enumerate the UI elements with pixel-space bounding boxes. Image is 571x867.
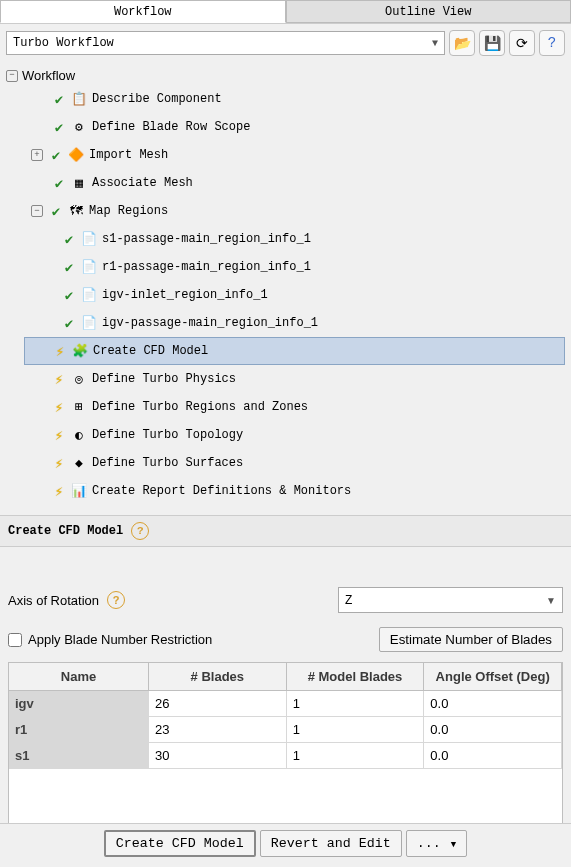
check-icon: ✔ xyxy=(62,231,76,248)
check-icon: ✔ xyxy=(52,91,66,108)
col-name: Name xyxy=(9,663,149,691)
axis-select[interactable]: Z ▼ xyxy=(338,587,563,613)
tree-item-s1-passage-main-region-info-1[interactable]: ✔📄s1-passage-main_region_info_1 xyxy=(52,225,565,253)
help-icon: ? xyxy=(548,35,556,51)
node-icon: 📊 xyxy=(70,482,88,500)
col-blades: # Blades xyxy=(149,663,287,691)
axis-help-icon[interactable]: ? xyxy=(107,591,125,609)
tree-item-label: igv-inlet_region_info_1 xyxy=(102,288,268,302)
tree-item-label: Define Turbo Physics xyxy=(92,372,236,386)
tree-item-r1-passage-main-region-info-1[interactable]: ✔📄r1-passage-main_region_info_1 xyxy=(52,253,565,281)
tree-item-map-regions[interactable]: −✔🗺Map Regions xyxy=(24,197,565,225)
cell-blades[interactable]: 30 xyxy=(149,743,287,769)
tree-item-create-cfd[interactable]: ⚡🧩Create CFD Model xyxy=(24,337,565,365)
create-cfd-button[interactable]: Create CFD Model xyxy=(104,830,256,857)
cell-blades[interactable]: 26 xyxy=(149,691,287,717)
cell-model[interactable]: 1 xyxy=(287,717,425,743)
workflow-tree: − Workflow ✔📋Describe Component✔⚙Define … xyxy=(0,62,571,515)
restriction-row: Apply Blade Number Restriction Estimate … xyxy=(8,627,563,652)
apply-restriction-checkbox[interactable]: Apply Blade Number Restriction xyxy=(8,632,212,647)
tree-item-label: Map Regions xyxy=(89,204,168,218)
panel-title: Create CFD Model xyxy=(8,524,123,538)
collapse-icon[interactable]: − xyxy=(6,70,18,82)
tree-item-label: Associate Mesh xyxy=(92,176,193,190)
check-icon: ✔ xyxy=(52,119,66,136)
tree-item-label: Define Turbo Regions and Zones xyxy=(92,400,308,414)
tree-item-label: Create Report Definitions & Monitors xyxy=(92,484,351,498)
cell-offset[interactable]: 0.0 xyxy=(424,717,562,743)
tree-item-blade-row-scope[interactable]: ✔⚙Define Blade Row Scope xyxy=(24,113,565,141)
tree-item-describe-component[interactable]: ✔📋Describe Component xyxy=(24,85,565,113)
revert-edit-button[interactable]: Revert and Edit xyxy=(260,830,402,857)
lightning-icon: ⚡ xyxy=(52,399,66,416)
tree-item-label: Create CFD Model xyxy=(93,344,208,358)
table-row[interactable]: r12310.0 xyxy=(9,717,562,743)
table-header: Name # Blades # Model Blades Angle Offse… xyxy=(9,663,562,691)
check-icon: ✔ xyxy=(62,315,76,332)
table-row[interactable]: s13010.0 xyxy=(9,743,562,769)
open-folder-button[interactable]: 📂 xyxy=(449,30,475,56)
refresh-button[interactable]: ⟳ xyxy=(509,30,535,56)
check-icon: ✔ xyxy=(49,147,63,164)
tab-workflow[interactable]: Workflow xyxy=(0,0,286,23)
estimate-blades-button[interactable]: Estimate Number of Blades xyxy=(379,627,563,652)
apply-restriction-label: Apply Blade Number Restriction xyxy=(28,632,212,647)
node-icon: 📄 xyxy=(80,314,98,332)
tree-item-turbo-surfaces[interactable]: ⚡◆Define Turbo Surfaces xyxy=(24,449,565,477)
cell-blades[interactable]: 23 xyxy=(149,717,287,743)
node-icon: ◎ xyxy=(70,370,88,388)
col-angle-offset: Angle Offset (Deg) xyxy=(424,663,562,691)
tree-item-create-report[interactable]: ⚡📊Create Report Definitions & Monitors xyxy=(24,477,565,505)
tree-item-import-mesh[interactable]: +✔🔶Import Mesh xyxy=(24,141,565,169)
tab-bar: Workflow Outline View xyxy=(0,0,571,24)
cell-offset[interactable]: 0.0 xyxy=(424,691,562,717)
node-icon: ◆ xyxy=(70,454,88,472)
chevron-down-icon: ▼ xyxy=(451,840,456,850)
node-icon: 🔶 xyxy=(67,146,85,164)
col-model-blades: # Model Blades xyxy=(287,663,425,691)
workflow-dropdown[interactable]: Turbo Workflow ▼ xyxy=(6,31,445,55)
more-button[interactable]: ... ▼ xyxy=(406,830,467,857)
tree-item-associate-mesh[interactable]: ✔▦Associate Mesh xyxy=(24,169,565,197)
node-icon: 📄 xyxy=(80,258,98,276)
tree-item-label: Define Blade Row Scope xyxy=(92,120,250,134)
workflow-dropdown-value: Turbo Workflow xyxy=(13,36,114,50)
tree-item-turbo-physics[interactable]: ⚡◎Define Turbo Physics xyxy=(24,365,565,393)
axis-label: Axis of Rotation xyxy=(8,593,99,608)
panel-help-icon[interactable]: ? xyxy=(131,522,149,540)
toggle-icon[interactable]: + xyxy=(31,149,43,161)
toggle-icon[interactable]: − xyxy=(31,205,43,217)
cell-name: s1 xyxy=(9,743,149,769)
tree-root-label: Workflow xyxy=(22,68,75,83)
toolbar: Turbo Workflow ▼ 📂 💾 ⟳ ? xyxy=(0,24,571,62)
cell-model[interactable]: 1 xyxy=(287,743,425,769)
node-icon: ▦ xyxy=(70,174,88,192)
cell-model[interactable]: 1 xyxy=(287,691,425,717)
node-icon: ⊞ xyxy=(70,398,88,416)
lightning-icon: ⚡ xyxy=(53,343,67,360)
tree-item-label: s1-passage-main_region_info_1 xyxy=(102,232,311,246)
check-icon: ✔ xyxy=(62,287,76,304)
tree-item-label: Define Turbo Topology xyxy=(92,428,243,442)
save-button[interactable]: 💾 xyxy=(479,30,505,56)
tree-item-igv-inlet-region-info-1[interactable]: ✔📄igv-inlet_region_info_1 xyxy=(52,281,565,309)
tree-item-igv-passage-main-region-info-1[interactable]: ✔📄igv-passage-main_region_info_1 xyxy=(52,309,565,337)
node-icon: 📄 xyxy=(80,230,98,248)
apply-restriction-input[interactable] xyxy=(8,633,22,647)
node-icon: 🧩 xyxy=(71,342,89,360)
cell-offset[interactable]: 0.0 xyxy=(424,743,562,769)
tab-outline-view[interactable]: Outline View xyxy=(286,0,572,23)
tree-root[interactable]: − Workflow xyxy=(6,66,565,85)
refresh-icon: ⟳ xyxy=(516,35,528,52)
node-icon: ◐ xyxy=(70,426,88,444)
lightning-icon: ⚡ xyxy=(52,371,66,388)
tree-item-turbo-topology[interactable]: ⚡◐Define Turbo Topology xyxy=(24,421,565,449)
check-icon: ✔ xyxy=(49,203,63,220)
tree-item-turbo-regions[interactable]: ⚡⊞Define Turbo Regions and Zones xyxy=(24,393,565,421)
table-row[interactable]: igv2610.0 xyxy=(9,691,562,717)
cell-name: r1 xyxy=(9,717,149,743)
help-button[interactable]: ? xyxy=(539,30,565,56)
more-label: ... xyxy=(417,836,441,851)
check-icon: ✔ xyxy=(62,259,76,276)
folder-open-icon: 📂 xyxy=(454,35,471,52)
